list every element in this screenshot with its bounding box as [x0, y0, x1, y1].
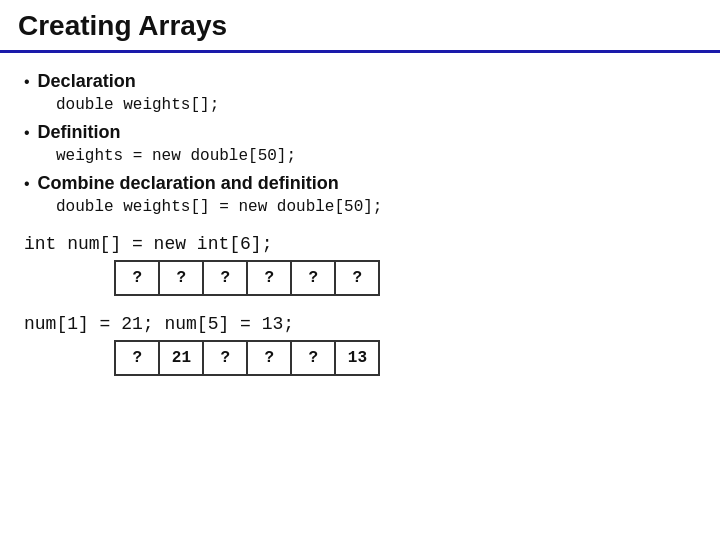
code-declaration: double weights[]; [56, 96, 696, 114]
title-bar: Creating Arrays [0, 0, 720, 53]
array2-cells-row: ? 21 ? ? ? 13 [24, 340, 696, 376]
array2-cell-2: ? [202, 340, 248, 376]
array1-cell-0: ? [114, 260, 160, 296]
bullet-label-declaration: Declaration [38, 71, 136, 92]
array1-cell-5: ? [334, 260, 380, 296]
array1-cell-1: ? [158, 260, 204, 296]
array1-prefix [24, 268, 110, 288]
bullet-dot-1: • [24, 73, 30, 91]
array1-cells: ? ? ? ? ? ? [114, 260, 378, 296]
array2-cell-4: ? [290, 340, 336, 376]
content-area: • Declaration double weights[]; • Defini… [0, 53, 720, 390]
array2-prefix [24, 348, 110, 368]
array1-section: int num[] = new int[6]; ? ? ? ? ? ? [24, 234, 696, 296]
bullet-dot-2: • [24, 124, 30, 142]
bullet-item-declaration: • Declaration [24, 71, 696, 92]
array2-cell-0: ? [114, 340, 160, 376]
bullet-item-combine: • Combine declaration and definition [24, 173, 696, 194]
bullet-item-definition: • Definition [24, 122, 696, 143]
array1-declaration: int num[] = new int[6]; [24, 234, 696, 254]
code-combine: double weights[] = new double[50]; [56, 198, 696, 216]
array1-cell-3: ? [246, 260, 292, 296]
array2-assignment: num[1] = 21; num[5] = 13; [24, 314, 696, 334]
array2-cells: ? 21 ? ? ? 13 [114, 340, 378, 376]
array2-section: num[1] = 21; num[5] = 13; ? 21 ? ? ? 13 [24, 314, 696, 376]
array1-cell-2: ? [202, 260, 248, 296]
array2-cell-1: 21 [158, 340, 204, 376]
array2-cell-5: 13 [334, 340, 380, 376]
array2-cell-3: ? [246, 340, 292, 376]
bullet-label-definition: Definition [38, 122, 121, 143]
array1-cell-4: ? [290, 260, 336, 296]
bullet-dot-3: • [24, 175, 30, 193]
page-title: Creating Arrays [18, 10, 702, 42]
bullet-label-combine: Combine declaration and definition [38, 173, 339, 194]
array1-cells-row: ? ? ? ? ? ? [24, 260, 696, 296]
code-definition: weights = new double[50]; [56, 147, 696, 165]
